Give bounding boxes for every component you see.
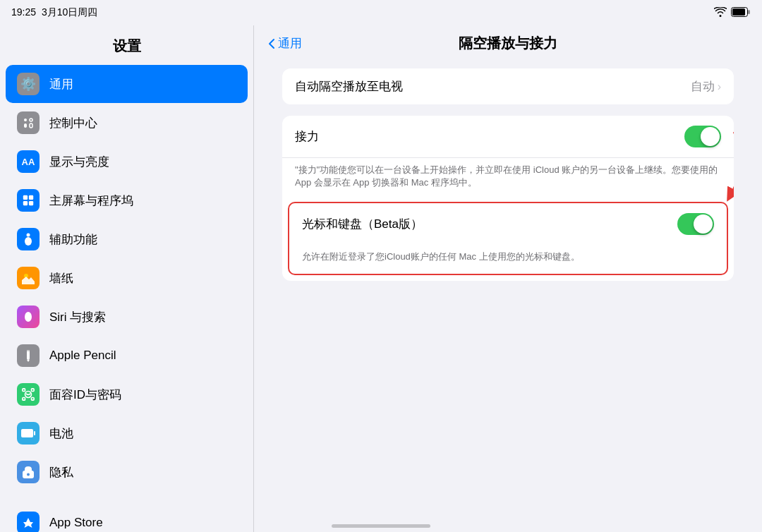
main-panel: 通用 隔空播放与接力 自动隔空播放至电视 自动 › 接力 xyxy=(254,25,762,532)
sidebar-item-wallpaper[interactable]: 墙纸 xyxy=(6,259,248,297)
sidebar-list-apps: App Store 钱包与 Apple Pay xyxy=(0,503,253,532)
airplay-label: 自动隔空播放至电视 xyxy=(295,78,682,95)
handoff-description: "接力"功能使您可以在一台设备上开始操作，并立即在使用 iCloud 账户的另一… xyxy=(282,158,734,199)
sidebar: 设置 ⚙️ 通用 控制中心 AA 显示与 xyxy=(0,25,254,532)
battery-sidebar-icon xyxy=(17,422,40,445)
svg-point-12 xyxy=(25,237,32,246)
svg-point-26 xyxy=(27,473,30,476)
sidebar-item-label: 显示与亮度 xyxy=(49,154,109,170)
sidebar-item-appstore[interactable]: App Store xyxy=(6,504,248,532)
main-content: 自动隔空播放至电视 自动 › 接力 "接力"功能使您可以在一台设备上开始操作，并… xyxy=(254,61,762,299)
status-time-date: 19:25 3月10日周四 xyxy=(11,6,97,19)
sidebar-item-label: 电池 xyxy=(49,425,73,442)
svg-rect-19 xyxy=(32,389,35,392)
sidebar-item-control[interactable]: 控制中心 xyxy=(6,104,248,142)
sidebar-item-label: Apple Pencil xyxy=(49,349,116,363)
main-title: 隔空播放与接力 xyxy=(459,34,557,53)
sidebar-list-main: ⚙️ 通用 控制中心 AA 显示与亮度 xyxy=(0,64,253,492)
gear-icon: ⚙️ xyxy=(17,73,40,95)
sidebar-item-label: 控制中心 xyxy=(49,115,97,131)
sidebar-item-label: 辅助功能 xyxy=(49,231,97,248)
airplay-group: 自动隔空播放至电视 自动 › xyxy=(282,68,734,104)
status-icons xyxy=(714,7,751,19)
sidebar-title: 设置 xyxy=(0,25,253,64)
appstore-icon xyxy=(17,512,40,532)
svg-rect-2 xyxy=(748,10,750,14)
cursor-row: 光标和键盘（Beta版） xyxy=(289,203,727,245)
battery-icon xyxy=(731,7,751,19)
svg-marker-16 xyxy=(27,360,30,362)
cursor-highlighted-container: 光标和键盘（Beta版） 允许在附近登录了您iCloud账户的任何 Mac 上使… xyxy=(288,202,728,274)
airplay-row[interactable]: 自动隔空播放至电视 自动 › xyxy=(282,68,734,104)
svg-point-4 xyxy=(30,119,32,121)
display-icon: AA xyxy=(17,150,40,173)
svg-rect-6 xyxy=(30,123,32,128)
sidebar-item-general[interactable]: ⚙️ 通用 xyxy=(6,65,248,103)
handoff-group: 接力 "接力"功能使您可以在一台设备上开始操作，并立即在使用 iCloud 账户… xyxy=(282,116,734,281)
status-bar: 19:25 3月10日周四 xyxy=(0,0,762,25)
svg-rect-5 xyxy=(24,123,27,128)
pencil-icon xyxy=(17,344,40,367)
sidebar-item-label: 隐私 xyxy=(49,464,73,480)
privacy-icon xyxy=(17,461,40,483)
svg-point-14 xyxy=(25,312,32,322)
status-date: 3月10日周四 xyxy=(42,6,97,19)
home-indicator xyxy=(332,524,430,528)
sidebar-item-access[interactable]: 辅助功能 xyxy=(6,220,248,258)
svg-rect-23 xyxy=(21,429,33,437)
status-time: 19:25 xyxy=(11,6,36,19)
svg-rect-7 xyxy=(23,195,28,200)
annotation-arrow xyxy=(691,128,734,206)
svg-rect-1 xyxy=(732,8,745,16)
svg-rect-8 xyxy=(29,195,33,200)
back-label: 通用 xyxy=(278,35,302,52)
sidebar-item-label: Siri 与搜索 xyxy=(49,309,106,325)
sidebar-item-label: 墙纸 xyxy=(49,270,73,286)
svg-rect-10 xyxy=(29,201,33,205)
sidebar-item-pencil[interactable]: Apple Pencil xyxy=(6,337,248,375)
handoff-row: 接力 xyxy=(282,116,734,158)
svg-point-3 xyxy=(24,119,27,121)
sidebar-item-label: 面容ID与密码 xyxy=(49,387,121,403)
svg-point-11 xyxy=(27,234,30,237)
airplay-chevron: › xyxy=(718,80,721,93)
cursor-description: 允许在附近登录了您iCloud账户的任何 Mac 上使用您的光标和键盘。 xyxy=(289,245,727,273)
svg-rect-21 xyxy=(32,398,35,401)
sidebar-item-battery[interactable]: 电池 xyxy=(6,414,248,452)
sidebar-item-label: 通用 xyxy=(49,76,73,92)
svg-rect-24 xyxy=(34,431,35,435)
back-button[interactable]: 通用 xyxy=(268,35,302,52)
main-nav: 通用 隔空播放与接力 xyxy=(254,25,762,61)
wifi-icon xyxy=(714,7,727,19)
app-container: 设置 ⚙️ 通用 控制中心 AA 显示与 xyxy=(0,25,762,532)
svg-rect-18 xyxy=(23,389,25,392)
svg-rect-17 xyxy=(27,350,30,351)
wallpaper-icon xyxy=(17,267,40,289)
sidebar-item-privacy[interactable]: 隐私 xyxy=(6,453,248,491)
handoff-label: 接力 xyxy=(295,128,676,145)
sidebar-item-label: App Store xyxy=(49,516,103,530)
airplay-value-text: 自动 xyxy=(691,78,715,95)
sidebar-item-siri[interactable]: Siri 与搜索 xyxy=(6,298,248,336)
svg-rect-20 xyxy=(23,398,25,401)
sidebar-item-faceid[interactable]: 面容ID与密码 xyxy=(6,375,248,413)
cursor-toggle[interactable] xyxy=(677,213,714,235)
sidebar-item-label: 主屏幕与程序坞 xyxy=(49,193,133,209)
home-icon xyxy=(17,189,40,212)
sidebar-item-display[interactable]: AA 显示与亮度 xyxy=(6,143,248,181)
svg-rect-15 xyxy=(27,350,30,360)
faceid-icon xyxy=(17,383,40,406)
sidebar-item-home[interactable]: 主屏幕与程序坞 xyxy=(6,181,248,219)
siri-icon xyxy=(17,306,40,328)
access-icon xyxy=(17,228,40,250)
svg-rect-9 xyxy=(23,201,28,205)
cursor-label: 光标和键盘（Beta版） xyxy=(302,216,669,232)
airplay-value: 自动 › xyxy=(691,78,721,95)
control-icon xyxy=(17,111,40,134)
